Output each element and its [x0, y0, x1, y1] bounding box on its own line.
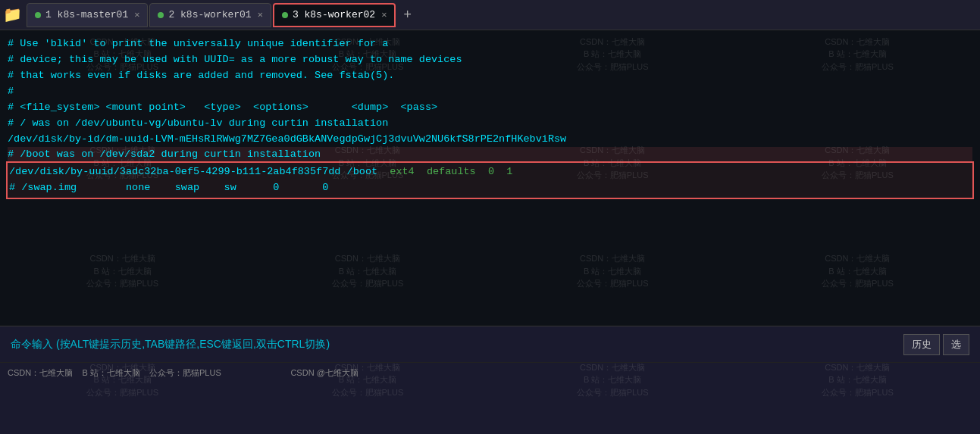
tab-dot-3	[282, 12, 288, 18]
tab-2-k8s-worker01[interactable]: 2 k8s-worker01 ✕	[149, 3, 271, 27]
terminal-line-10: # /swap.img none swap sw 0 0	[9, 180, 971, 196]
tab-add-button[interactable]: +	[397, 8, 418, 23]
terminal-line-5: # <file_system> <mount point> <type> <op…	[8, 100, 972, 116]
highlighted-block: /dev/disk/by-uuid/3adc32ba-0ef5-4299-b11…	[6, 161, 974, 199]
tab-dot-1	[35, 12, 41, 18]
tab-2-label: 2 k8s-worker01	[168, 9, 251, 20]
terminal-line-3: # that works even if disks are added and…	[8, 68, 972, 84]
tab-2-close[interactable]: ✕	[258, 9, 263, 20]
bottom-bar-text: CSDN：七维大脑 B 站：七维大脑 公众号：肥猫PLUS CSDN @七维大脑	[8, 367, 358, 379]
tab-3-close[interactable]: ✕	[381, 9, 387, 20]
terminal-line-6: # / was on /dev/ubuntu-vg/ubuntu-lv duri…	[8, 116, 972, 132]
tab-bar: 📁 1 k8s-master01 ✕ 2 k8s-worker01 ✕ 3 k8…	[0, 0, 980, 30]
cmd-bar: 命令输入 (按ALT键提示历史,TAB键路径,ESC键返回,双击CTRL切换) …	[0, 326, 980, 362]
tab-3-label: 3 k8s-worker02	[293, 9, 375, 20]
tab-1-close[interactable]: ✕	[134, 9, 139, 20]
history-button[interactable]: 历史	[903, 334, 940, 355]
terminal-line-4: #	[8, 84, 972, 100]
tab-1-k8s-master01[interactable]: 1 k8s-master01 ✕	[27, 3, 148, 27]
terminal-line-2: # device; this may be used with UUID= as…	[8, 52, 972, 68]
tab-3-k8s-worker02[interactable]: 3 k8s-worker02 ✕	[273, 3, 396, 27]
bottom-bar: CSDN：七维大脑 B 站：七维大脑 公众号：肥猫PLUS CSDN @七维大脑	[0, 362, 980, 383]
terminal-line-9: /dev/disk/by-uuid/3adc32ba-0ef5-4299-b11…	[9, 164, 971, 180]
terminal-line-1: # Use 'blkid' to print the universally u…	[8, 36, 972, 52]
select-button[interactable]: 选	[943, 334, 969, 355]
cmd-label: 命令输入 (按ALT键提示历史,TAB键路径,ESC键返回,双击CTRL切换)	[11, 338, 900, 351]
terminal-line-7: /dev/disk/by-id/dm-uuid-LVM-mEHsRlRWwg7M…	[8, 132, 972, 148]
terminal-line-8: # /boot was on /dev/sda2 during curtin i…	[8, 147, 972, 163]
tab-dot-2	[158, 12, 164, 18]
folder-icon[interactable]: 📁	[3, 5, 22, 24]
tab-1-label: 1 k8s-master01	[45, 9, 128, 20]
terminal-area[interactable]: # Use 'blkid' to print the universally u…	[0, 30, 980, 326]
